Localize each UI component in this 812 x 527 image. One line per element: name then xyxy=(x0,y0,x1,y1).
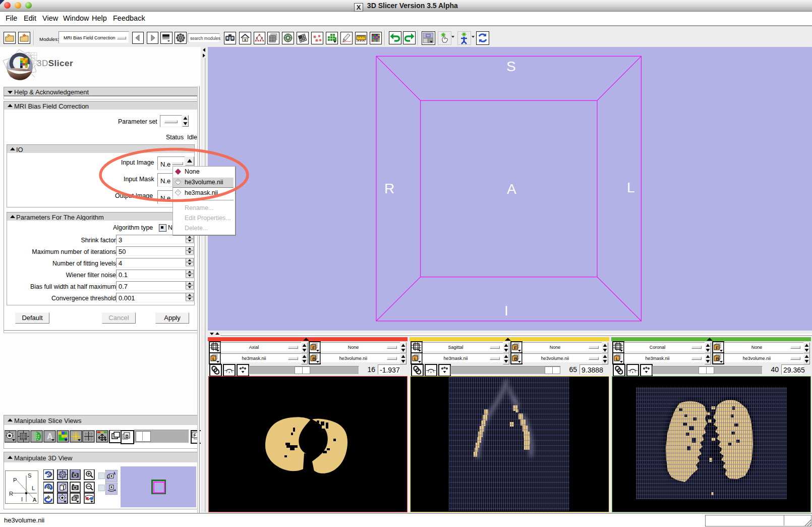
svg-text:A: A xyxy=(33,497,37,503)
svg-text:F: F xyxy=(312,345,315,350)
svg-text:L: L xyxy=(32,485,35,491)
svg-text:S: S xyxy=(28,472,31,479)
svg-text:F: F xyxy=(514,345,517,350)
svg-text:L: L xyxy=(212,356,215,361)
svg-text:L: L xyxy=(627,180,635,195)
svg-text:R: R xyxy=(9,491,13,497)
svg-text:B: B xyxy=(514,356,517,361)
svg-text:B: B xyxy=(312,356,316,361)
svg-text:F: F xyxy=(716,345,719,350)
svg-text:L: L xyxy=(616,356,619,361)
svg-text:I: I xyxy=(21,496,23,502)
svg-text:P: P xyxy=(13,477,17,483)
svg-text:B: B xyxy=(716,356,719,361)
svg-text:R: R xyxy=(384,181,394,196)
svg-text:F: F xyxy=(194,433,197,438)
svg-text:I: I xyxy=(504,303,508,319)
svg-text:B: B xyxy=(126,434,129,439)
svg-text:L: L xyxy=(414,356,417,361)
svg-text:S: S xyxy=(506,59,516,74)
svg-text:A: A xyxy=(507,181,516,197)
